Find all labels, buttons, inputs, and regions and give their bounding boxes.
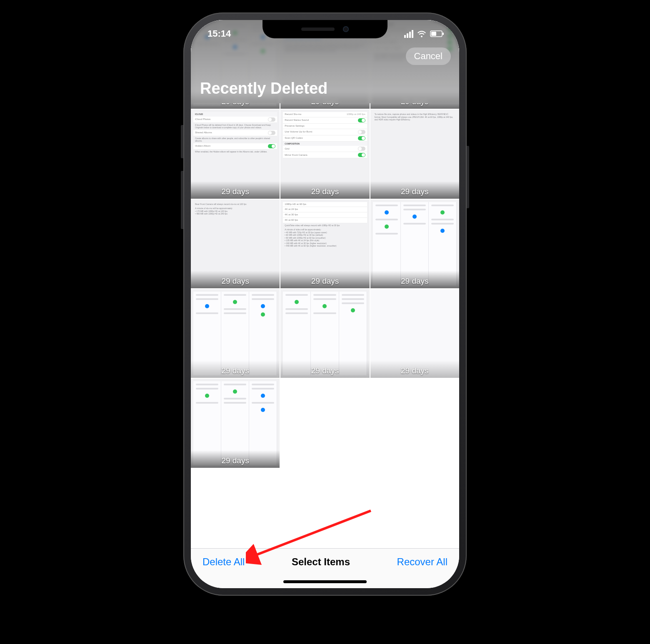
photo-thumb[interactable]: 29 days (191, 379, 280, 467)
days-remaining: 29 days (191, 366, 280, 375)
days-remaining: 29 days (280, 366, 369, 375)
svg-rect-1 (431, 32, 436, 36)
photo-thumb[interactable]: 29 days (280, 289, 369, 378)
speaker (301, 27, 335, 31)
toolbar-title: Select Items (292, 556, 350, 568)
photo-thumb[interactable]: Record Slo-mo1080p at 240 fps Record Ste… (280, 110, 369, 198)
notch (262, 20, 388, 38)
wifi-icon (417, 30, 427, 37)
signal-icon (404, 30, 413, 38)
days-remaining: 29 days (370, 277, 459, 286)
empty-cell (370, 379, 459, 467)
phone-screen: 15:14 Cancel Recently Deleted 29 days (191, 20, 459, 588)
photo-grid: 29 days For users in the United States, … (191, 103, 459, 468)
photo-thumb[interactable]: 29 days (370, 200, 459, 288)
page-title: Recently Deleted (200, 80, 450, 97)
photo-thumb[interactable]: 29 days (370, 289, 459, 378)
svg-rect-2 (442, 32, 444, 35)
cancel-button[interactable]: Cancel (406, 47, 451, 65)
photo-thumb[interactable]: 29 days (191, 289, 280, 378)
days-remaining: 29 days (280, 187, 369, 196)
phone-frame: 15:14 Cancel Recently Deleted 29 days (183, 12, 467, 596)
photo-thumb[interactable]: Rear Front Camera will always record slo… (191, 200, 280, 288)
side-button (467, 146, 469, 208)
battery-icon (430, 30, 444, 37)
status-time: 15:14 (208, 28, 231, 39)
home-indicator[interactable] (283, 580, 367, 583)
days-remaining: 29 days (370, 187, 459, 196)
photo-thumb[interactable]: 1080p HD at 60 fps 4K at 24 fps 4K at 30… (280, 200, 369, 288)
delete-all-button[interactable]: Delete All (202, 556, 245, 568)
status-icons (404, 30, 444, 38)
photo-thumb[interactable]: To reduce file size, capture photos and … (370, 110, 459, 198)
recover-all-button[interactable]: Recover All (397, 556, 448, 568)
days-remaining: 29 days (191, 187, 280, 196)
days-remaining: 29 days (280, 277, 369, 286)
days-remaining: 29 days (191, 456, 280, 465)
photo-thumb[interactable]: ICLOUD iCloud Photos iCloud Photos will … (191, 110, 280, 198)
empty-cell (280, 379, 369, 467)
days-remaining: 29 days (191, 277, 280, 286)
front-camera (343, 26, 349, 32)
days-remaining: 29 days (370, 366, 459, 375)
